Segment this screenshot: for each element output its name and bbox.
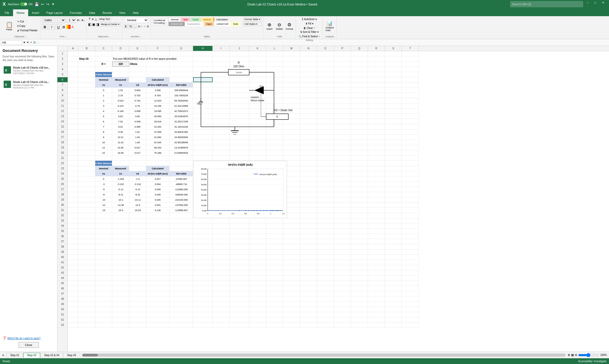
cell-4-F[interactable] [146, 67, 170, 72]
cell-29-T[interactable] [402, 197, 419, 202]
cell-15-G[interactable]: 31.16014235 [170, 124, 193, 129]
cell-31-Q[interactable] [351, 208, 368, 213]
style-explanatory[interactable]: Explanatory... [185, 22, 204, 26]
cell-31-R[interactable] [368, 208, 385, 213]
cell-48-T[interactable] [402, 296, 419, 301]
cell-46-B[interactable] [78, 286, 95, 291]
cell-23-G[interactable] [170, 166, 193, 171]
tab-view[interactable]: View [116, 9, 129, 16]
col-M[interactable]: M [283, 46, 300, 51]
paste-button[interactable]: 📋 Paste [3, 21, 16, 31]
cell-34-J[interactable] [230, 223, 249, 228]
cell-26-N[interactable] [300, 182, 317, 187]
cell-24-A[interactable] [68, 171, 78, 176]
cell-53-M[interactable] [283, 323, 300, 327]
cell-35-N[interactable] [300, 229, 317, 234]
cell-48-K[interactable] [249, 296, 266, 301]
cell-2-P[interactable] [334, 56, 351, 61]
cell-37-R[interactable] [368, 239, 385, 244]
cell-30-S[interactable] [385, 202, 402, 207]
cell-35-P[interactable] [334, 229, 351, 234]
cell-25-R[interactable] [368, 176, 385, 181]
cell-39-M[interactable] [283, 249, 300, 254]
row-num-27[interactable]: 27 [57, 187, 68, 192]
cell-7-B[interactable] [78, 82, 95, 87]
cell-28-P[interactable] [334, 192, 351, 197]
cell-3-P[interactable] [334, 62, 351, 67]
cell-42-N[interactable] [300, 265, 317, 270]
row-num-32[interactable]: 32 [57, 213, 68, 218]
cell-49-S[interactable] [385, 302, 402, 307]
which-file-link[interactable]: Which file do I want to save? [7, 337, 40, 340]
cell-26-E[interactable]: -3.116 [129, 182, 146, 187]
cell-24-E[interactable]: Vd [129, 171, 146, 176]
cell-33-A[interactable] [68, 218, 78, 223]
cell-16-O[interactable] [317, 129, 334, 134]
cell-13-Q[interactable] [351, 114, 368, 119]
cell-38-D[interactable] [112, 244, 129, 249]
cell-25-A[interactable] [68, 176, 78, 181]
row-num-40[interactable]: 40 [57, 255, 68, 260]
cell-33-R[interactable] [368, 218, 385, 223]
cell-18-P[interactable] [334, 140, 351, 145]
cell-48-I[interactable] [213, 296, 230, 301]
cell-8-F[interactable]: 2.936 [146, 88, 170, 93]
cell-2-B[interactable]: Step #2: [78, 56, 95, 61]
cell-52-J[interactable] [230, 317, 249, 322]
cell-5-D[interactable] [112, 72, 129, 77]
cell-50-S[interactable] [385, 307, 402, 312]
cell-52-C[interactable] [95, 317, 112, 322]
cell-2-T[interactable] [402, 56, 419, 61]
cell-12-Q[interactable] [351, 109, 368, 114]
cell-42-L[interactable] [266, 265, 283, 270]
cell-24-O[interactable] [317, 171, 334, 176]
cell-25-O[interactable] [317, 176, 334, 181]
row-num-49[interactable]: 49 [57, 302, 68, 307]
cell-52-I[interactable] [213, 317, 230, 322]
cell-37-F[interactable] [146, 239, 170, 244]
row-num-46[interactable]: 46 [57, 286, 68, 291]
cell-51-I[interactable] [213, 312, 230, 317]
row-num-26[interactable]: 26 [57, 182, 68, 187]
row-num-52[interactable]: 52 [57, 317, 68, 323]
cell-16-T[interactable] [402, 129, 419, 134]
cell-4-A[interactable] [68, 67, 78, 72]
cell-47-K[interactable] [249, 291, 266, 296]
bold-button[interactable]: B [42, 24, 48, 29]
page-break-icon[interactable]: ⊟ [575, 353, 577, 357]
cell-1-K[interactable] [249, 51, 266, 56]
cell-51-T[interactable] [402, 312, 419, 317]
cell-18-S[interactable] [385, 140, 402, 145]
cell-34-A[interactable] [68, 223, 78, 228]
cell-35-F[interactable] [146, 229, 170, 234]
cell-7-T[interactable] [402, 82, 419, 87]
autosave-toggle[interactable]: AutoSave ON [8, 2, 32, 6]
cell-17-C[interactable]: 9 [95, 135, 112, 140]
cell-4-B[interactable] [78, 67, 95, 72]
cell-20-P[interactable] [334, 150, 351, 155]
fill-color-icon[interactable] [66, 25, 70, 29]
tab-step5[interactable]: Step #5 [63, 353, 80, 357]
cell-2-R[interactable] [368, 56, 385, 61]
cell-34-D[interactable] [112, 223, 129, 228]
cell-36-H[interactable] [193, 234, 213, 239]
cell-33-E[interactable] [129, 218, 146, 223]
cell-30-P[interactable] [334, 202, 351, 207]
cell-6-C[interactable]: Nominal [95, 77, 112, 82]
cell-1-P[interactable] [334, 51, 351, 56]
tab-step3[interactable]: Step #3 & #4 [40, 353, 63, 357]
cell-52-M[interactable] [283, 317, 300, 322]
cell-11-R[interactable] [368, 103, 385, 108]
cell-11-D[interactable]: 4.123 [112, 103, 129, 108]
cell-10-A[interactable] [68, 98, 78, 103]
cell-45-I[interactable] [213, 281, 230, 286]
cell-41-I[interactable] [213, 260, 230, 265]
cell-44-A[interactable] [68, 276, 78, 281]
font-name-select[interactable]: Calibri [42, 17, 65, 23]
cell-23-Q[interactable] [351, 166, 368, 171]
cell-14-G[interactable]: 31.35217259 [170, 119, 193, 124]
name-box[interactable] [1, 40, 22, 45]
cell-16-C[interactable]: 8 [95, 129, 112, 134]
cell-18-A[interactable] [68, 140, 78, 145]
cell-13-E[interactable]: 0.89 [129, 114, 146, 119]
